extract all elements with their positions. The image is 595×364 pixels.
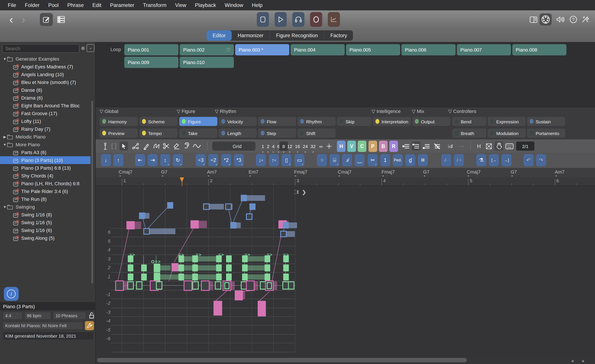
melody-note[interactable]: [167, 202, 173, 209]
menu-playback[interactable]: Playback: [191, 2, 220, 8]
loop-tab-piano006[interactable]: Piano.006: [401, 44, 456, 56]
grid-div-infinity[interactable]: ∞: [317, 141, 325, 151]
chord-note[interactable]: [192, 265, 198, 271]
chord-note[interactable]: [226, 265, 232, 271]
tree-item-lofty-11-[interactable]: Lofty (11): [0, 117, 91, 125]
param-section-rhythm[interactable]: ▽ Rhythm: [215, 109, 236, 114]
tree-group-more-piano[interactable]: ▼More Piano: [0, 141, 91, 148]
chord-bar-note[interactable]: [245, 274, 265, 280]
loop-tab-piano008[interactable]: Piano.008: [512, 44, 567, 56]
chord-note[interactable]: [265, 273, 270, 280]
pedal-button[interactable]: Ped.: [393, 154, 403, 166]
param-rhythm[interactable]: Rhythm: [298, 117, 336, 126]
j-plus-button[interactable]: J +: [454, 154, 464, 166]
keyboard-tool[interactable]: [505, 141, 514, 151]
tab-editor[interactable]: Editor: [206, 30, 232, 41]
shift-left-button[interactable]: ⇤: [135, 154, 145, 166]
baseline-symbol[interactable]: [201, 280, 210, 291]
phrases-field[interactable]: 10 Phrases: [53, 312, 86, 320]
layer-velocity-button[interactable]: V: [347, 141, 356, 152]
nodes-tool[interactable]: [131, 141, 140, 151]
crop-button[interactable]: ⌗: [317, 154, 327, 166]
flask-button[interactable]: ⚗: [476, 154, 486, 166]
zoom-level[interactable]: 2/1: [516, 141, 534, 151]
chord-note[interactable]: [178, 273, 184, 280]
tree-item-fast-groove-17-[interactable]: Fast Groove (17): [0, 110, 91, 117]
split-note-button[interactable]: ✂∨: [368, 154, 378, 166]
eraser-tool[interactable]: [172, 141, 181, 151]
chord-note[interactable]: [141, 273, 147, 280]
loop-tab-piano005[interactable]: Piano.005: [346, 44, 400, 56]
chord-note[interactable]: [192, 273, 198, 280]
chord-note[interactable]: [226, 273, 232, 280]
chord-note[interactable]: [283, 273, 289, 280]
tree-item-danse-6-[interactable]: Danse (6): [0, 86, 91, 94]
melody-note-selected[interactable]: [203, 203, 210, 210]
menu-file[interactable]: File: [3, 2, 21, 8]
chord-note[interactable]: [178, 265, 184, 271]
param-flow[interactable]: Flow: [258, 117, 296, 126]
param-bend[interactable]: Bend: [452, 117, 486, 126]
baseline-symbol[interactable]: [288, 281, 294, 290]
tree-item-angels-landing-10-[interactable]: Angels Landing (10): [0, 70, 91, 78]
ear-tool[interactable]: [182, 141, 191, 151]
param-section-figure[interactable]: ▽ Figure: [177, 109, 195, 114]
param-skip[interactable]: Skip: [337, 117, 372, 126]
grid-div-16[interactable]: 16∨: [293, 141, 302, 151]
redo-button[interactable]: ↷: [536, 154, 546, 166]
layer-p-button[interactable]: P: [368, 141, 377, 152]
baseline-symbol[interactable]: [184, 280, 192, 291]
param-sustain[interactable]: Sustain: [527, 117, 565, 126]
param-modulation[interactable]: Modulation: [488, 129, 526, 138]
tree-item-swing-along-5-[interactable]: Swing Along (5): [0, 234, 91, 242]
grid-div-24[interactable]: 24∨: [301, 141, 310, 151]
scissors-tool[interactable]: [162, 141, 171, 151]
melody-note[interactable]: [249, 203, 255, 210]
layer-bass-button[interactable]: B: [379, 141, 388, 152]
menu-phrase[interactable]: Phrase: [63, 2, 88, 8]
brackets-tool[interactable]: [110, 141, 118, 151]
align-style-3[interactable]: [422, 141, 431, 151]
chord-note[interactable]: [128, 265, 133, 271]
baseline-symbol[interactable]: [265, 280, 274, 291]
melody-note[interactable]: [283, 222, 289, 229]
baseline-symbol[interactable]: [156, 281, 162, 290]
melody-note-selected[interactable]: [225, 203, 232, 210]
param-scheme[interactable]: Scheme: [139, 117, 177, 126]
layer-chords-button[interactable]: C: [358, 141, 366, 152]
param-breath[interactable]: Breath: [452, 129, 486, 138]
chord-note[interactable]: [128, 273, 133, 280]
info-button[interactable]: i: [4, 287, 19, 301]
divide-2-button[interactable]: ÷2∨: [208, 154, 218, 166]
menu-folder[interactable]: Folder: [21, 2, 44, 8]
param-section-intelligence[interactable]: ▽ Intelligence: [372, 109, 401, 114]
collapse-triangle-icon[interactable]: ▼: [3, 57, 7, 61]
menu-parameter[interactable]: Parameter: [106, 2, 139, 8]
quantize-v-button[interactable]: ▯∨: [282, 154, 291, 166]
bass-note[interactable]: [191, 220, 199, 229]
tree-item-rainy-day-7-[interactable]: Rainy Day (7): [0, 125, 91, 133]
align-style-2[interactable]: [412, 141, 420, 151]
loop-tab-piano001[interactable]: Piano.001: [124, 44, 178, 56]
bass-note[interactable]: [171, 263, 178, 271]
param-section-global[interactable]: ▽ Global: [99, 109, 118, 114]
chord-note[interactable]: [154, 264, 160, 272]
strings-button[interactable]: ⫴⫴: [418, 154, 428, 166]
chord-note[interactable]: [265, 265, 270, 271]
tempo-field[interactable]: 96 bpm: [24, 312, 51, 320]
melody-note[interactable]: [230, 222, 236, 229]
horizontal-scrollbar[interactable]: [97, 358, 467, 362]
bass-note[interactable]: [127, 221, 135, 229]
tree-item-swing-1-16-8-[interactable]: Swing 1/16 (8): [0, 211, 91, 219]
tools-icon[interactable]: [579, 14, 592, 26]
panel-layout-icon[interactable]: [527, 14, 539, 26]
melody-note[interactable]: [241, 195, 247, 201]
chord-note[interactable]: [242, 273, 248, 280]
baseline-symbol[interactable]: [215, 281, 221, 290]
param-tempo[interactable]: Tempo: [139, 129, 177, 138]
menu-edit[interactable]: Edit: [88, 2, 106, 8]
mute-note-button[interactable]: ♪̸: [342, 154, 352, 166]
quantize-h-button[interactable]: ▭∨: [294, 154, 305, 166]
figure-canvas[interactable]: 654321-1-2-3-4-5-6⁚‖ ❯=>=>=>=>=>=>=>O=>: [96, 186, 595, 357]
chord-note[interactable]: [141, 265, 147, 271]
